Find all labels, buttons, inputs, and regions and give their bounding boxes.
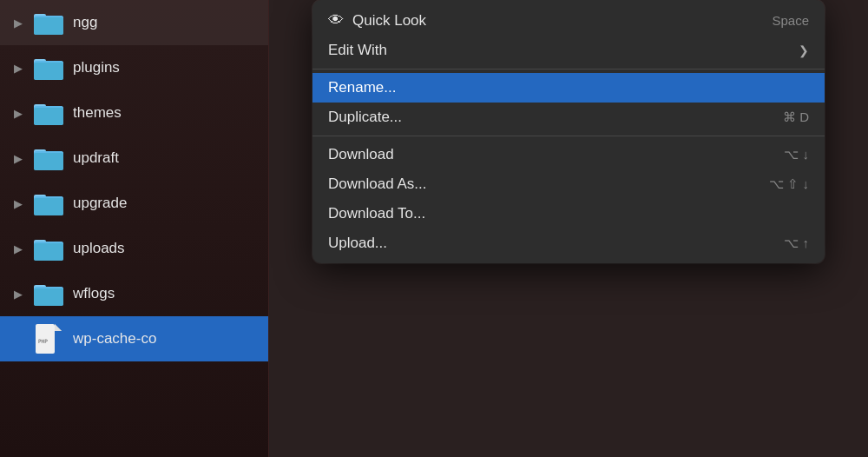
sidebar-item-upgrade[interactable]: ▶ upgrade (0, 181, 268, 226)
menu-item-label: Upload... (328, 235, 387, 252)
menu-item-left: Download As... (328, 176, 426, 193)
sidebar-item-label: uploads (73, 240, 125, 257)
sidebar-item-label: updraft (73, 149, 119, 167)
menu-item-left: 👁 Quick Look (328, 11, 426, 30)
svg-rect-27 (34, 288, 63, 306)
menu-item-left: Download (328, 146, 394, 163)
svg-rect-3 (34, 17, 63, 35)
file-browser-sidebar: ▶ ngg ▶ plugins ▶ (0, 0, 269, 457)
folder-icon (33, 145, 64, 171)
file-icon: PHP (33, 326, 64, 352)
menu-item-label: Download As... (328, 176, 426, 193)
menu-item-shortcut: ⌥ ↑ (784, 235, 809, 251)
menu-item-left: Duplicate... (328, 109, 402, 126)
menu-item-label: Quick Look (352, 12, 426, 30)
menu-item-label: Rename... (328, 79, 396, 96)
menu-item-left: Upload... (328, 235, 387, 252)
svg-rect-23 (34, 243, 63, 261)
sidebar-item-updraft[interactable]: ▶ updraft (0, 136, 268, 181)
menu-item-label: Download To... (328, 205, 425, 222)
folder-icon (33, 55, 64, 81)
chevron-icon: ▶ (14, 17, 26, 30)
menu-item-left: Rename... (328, 79, 396, 96)
folder-icon (33, 10, 64, 36)
chevron-icon: ▶ (14, 288, 26, 301)
menu-item-edit-with[interactable]: Edit With ❯ (312, 36, 825, 65)
sidebar-item-label: ngg (73, 14, 97, 31)
menu-item-duplicate[interactable]: Duplicate... ⌘ D (312, 103, 825, 132)
menu-item-label: Edit With (328, 42, 387, 59)
menu-item-shortcut: ⌘ D (783, 109, 809, 125)
sidebar-item-themes[interactable]: ▶ themes (0, 90, 268, 136)
menu-item-download-as[interactable]: Download As... ⌥ ⇧ ↓ (312, 169, 825, 199)
sidebar-item-label: themes (73, 104, 122, 122)
menu-separator (312, 136, 825, 136)
chevron-icon: ▶ (14, 197, 26, 210)
menu-item-download[interactable]: Download ⌥ ↓ (312, 140, 825, 169)
menu-item-download-to[interactable]: Download To... (312, 199, 825, 228)
sidebar-item-ngg[interactable]: ▶ ngg (0, 0, 268, 45)
sidebar-item-label: upgrade (73, 195, 127, 212)
sidebar-item-plugins[interactable]: ▶ plugins (0, 45, 268, 90)
menu-item-label: Download (328, 146, 394, 163)
sidebar-item-label: wflogs (73, 285, 115, 302)
folder-icon (33, 281, 64, 307)
chevron-icon: ▶ (14, 242, 26, 255)
sidebar-item-label: wp-cache-co (73, 330, 156, 348)
folder-icon (33, 235, 64, 262)
menu-item-upload[interactable]: Upload... ⌥ ↑ (312, 228, 825, 258)
svg-rect-15 (34, 153, 63, 170)
sidebar-item-wp-cache[interactable]: PHP wp-cache-co (0, 316, 268, 361)
svg-rect-7 (34, 63, 63, 80)
menu-item-label: Duplicate... (328, 109, 402, 126)
sidebar-item-uploads[interactable]: ▶ uploads (0, 226, 268, 271)
chevron-icon: ▶ (14, 62, 26, 75)
folder-icon (33, 100, 64, 126)
menu-item-shortcut: ⌥ ↓ (784, 147, 809, 162)
menu-item-left: Download To... (328, 205, 425, 222)
sidebar-item-label: plugins (73, 59, 120, 76)
svg-text:PHP: PHP (38, 338, 48, 344)
sidebar-item-wflogs[interactable]: ▶ wflogs (0, 271, 268, 316)
menu-item-shortcut: ⌥ ⇧ ↓ (769, 176, 809, 192)
context-menu: 👁 Quick Look Space Edit With ❯ Rename...… (312, 0, 825, 263)
menu-item-left: Edit With (328, 42, 387, 59)
context-menu-backdrop: 👁 Quick Look Space Edit With ❯ Rename...… (269, 0, 868, 457)
menu-item-shortcut: Space (772, 13, 809, 28)
menu-item-rename[interactable]: Rename... (312, 73, 825, 103)
eye-icon: 👁 (328, 11, 344, 30)
svg-rect-19 (34, 198, 63, 215)
menu-separator (312, 69, 825, 70)
chevron-icon: ▶ (14, 107, 26, 120)
folder-icon (33, 190, 64, 216)
svg-rect-11 (34, 108, 63, 125)
submenu-chevron-icon: ❯ (799, 43, 809, 57)
menu-item-quick-look[interactable]: 👁 Quick Look Space (312, 5, 825, 36)
svg-marker-30 (55, 324, 62, 331)
chevron-icon: ▶ (14, 152, 26, 165)
